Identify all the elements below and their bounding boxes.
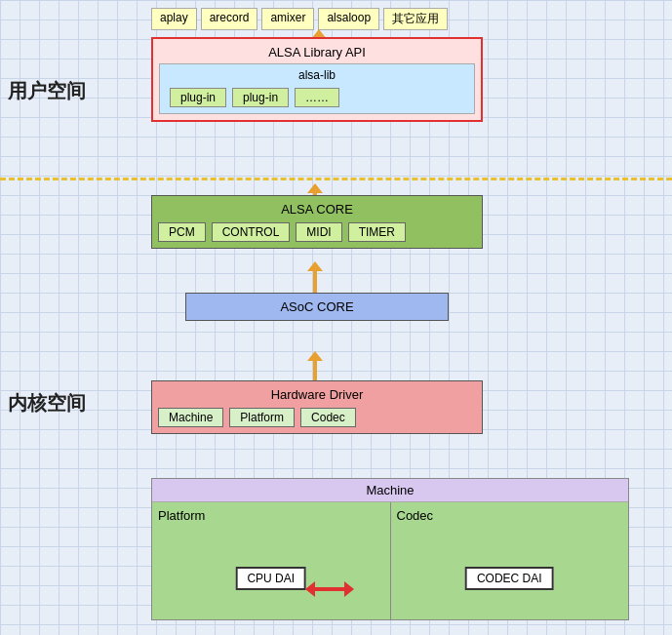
- dashed-separator: [0, 178, 672, 180]
- user-space-label: 用户空间: [8, 78, 86, 104]
- dai-arrow: [305, 581, 354, 597]
- hw-driver-row: Machine Platform Codec: [158, 408, 476, 427]
- machine-inner: Platform CPU DAI Codec CODEC DAI: [152, 502, 628, 619]
- app-alsaloop: alsaloop: [318, 8, 379, 30]
- alsa-core-title: ALSA CORE: [158, 202, 476, 217]
- alsa-lib-box: ALSA Library API alsa-lib plug-in plug-i…: [151, 37, 483, 122]
- hw-codec: Codec: [300, 408, 356, 427]
- alsa-lib-title: ALSA Library API: [159, 45, 475, 60]
- alsa-lib-inner-title: alsa-lib: [166, 68, 468, 82]
- plugin-row: plug-in plug-in ……: [166, 86, 468, 109]
- core-midi: MIDI: [296, 222, 341, 242]
- hw-machine: Machine: [158, 408, 223, 427]
- asoc-core-title: ASoC CORE: [280, 299, 353, 314]
- apps-row: aplay arecord amixer alsaloop 其它应用: [151, 8, 448, 30]
- alsa-core-row: PCM CONTROL MIDI TIMER: [158, 222, 476, 242]
- core-pcm: PCM: [158, 222, 206, 242]
- app-others: 其它应用: [383, 8, 448, 30]
- codec-dai-box: CODEC DAI: [465, 567, 554, 590]
- app-amixer: amixer: [261, 8, 314, 30]
- plugin-2: plug-in: [232, 88, 289, 107]
- kernel-space-label: 内核空间: [8, 390, 86, 417]
- platform-label: Platform: [158, 508, 384, 523]
- machine-diagram: Machine Platform CPU DAI Codec CODEC DAI: [151, 478, 629, 620]
- hw-driver-box: Hardware Driver Machine Platform Codec: [151, 380, 483, 434]
- codec-section: Codec CODEC DAI: [391, 502, 629, 619]
- codec-label: Codec: [397, 508, 623, 523]
- alsa-lib-inner: alsa-lib plug-in plug-in ……: [159, 63, 475, 114]
- plugin-dots: ……: [295, 88, 339, 107]
- platform-section: Platform CPU DAI: [152, 502, 391, 619]
- hw-driver-title: Hardware Driver: [158, 387, 476, 402]
- app-arecord: arecord: [201, 8, 258, 30]
- hw-platform: Platform: [229, 408, 295, 427]
- cpu-dai-box: CPU DAI: [235, 567, 306, 590]
- asoc-core-box: ASoC CORE: [185, 293, 449, 321]
- machine-diagram-title: Machine: [152, 479, 628, 502]
- core-timer: TIMER: [348, 222, 406, 242]
- plugin-1: plug-in: [170, 88, 226, 107]
- app-aplay: aplay: [151, 8, 197, 30]
- core-control: CONTROL: [212, 222, 291, 242]
- alsa-core-box: ALSA CORE PCM CONTROL MIDI TIMER: [151, 195, 483, 249]
